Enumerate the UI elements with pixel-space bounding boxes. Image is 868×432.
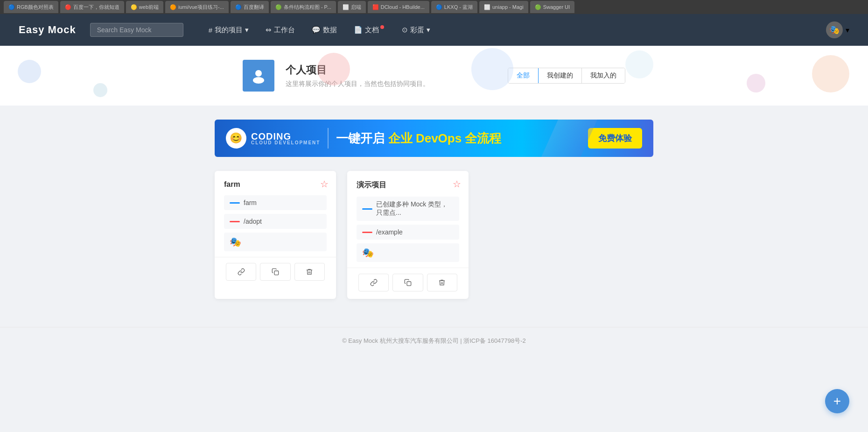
tab-uniapp[interactable]: ⬜ uniapp - Magi [479, 1, 528, 13]
tab-qiduan[interactable]: ⬜ 启端 [338, 1, 366, 13]
nav-label-workbench: 工作台 [274, 26, 295, 35]
nav-label-egg: 彩蛋 [410, 26, 424, 35]
plus-icon: + [833, 394, 841, 409]
nav-label-data: 数据 [323, 26, 337, 35]
search-input[interactable] [90, 23, 183, 37]
notification-badge [380, 25, 384, 29]
tab-label: LKXQ - 蓝湖 [444, 4, 473, 11]
banner-prefix: 一键开启 [336, 131, 388, 145]
filter-joined-button[interactable]: 我加入的 [582, 68, 625, 83]
deco-circle-7 [93, 83, 107, 97]
banner-wrapper: 😊 CODING CLOUD DEVELOPMENT 一键开启 企业 DevOp… [196, 120, 672, 157]
brand-logo: Easy Mock [19, 24, 76, 36]
member-avatar-icon-demo: 🎭 [362, 247, 374, 258]
hero-text: 个人项目 这里将展示你的个人项目，当然也包括协同项目。 [286, 63, 429, 88]
coding-logo-icon: 😊 [226, 128, 246, 149]
deco-circle-3 [471, 48, 513, 90]
tab-vue[interactable]: 🟠 iumi/vue项目练习-... [165, 1, 229, 13]
filter-created-button[interactable]: 我创建的 [539, 68, 582, 83]
link-button-farm[interactable] [226, 263, 256, 281]
avatar: 🎭 [826, 21, 843, 38]
chevron-down-icon: ▾ [245, 26, 249, 34]
tab-label: RGB颜色对照表 [17, 4, 54, 11]
nav-item-my-projects[interactable]: # 我的项目 ▾ [202, 23, 255, 37]
copy-button-farm[interactable] [260, 263, 290, 281]
tab-label: 条件结构流程图 - P... [284, 4, 331, 11]
banner-logo: 😊 CODING CLOUD DEVELOPMENT [226, 128, 329, 149]
banner-cta-button[interactable]: 免费体验 [588, 128, 642, 149]
project-row-text-demo-2: /example [376, 228, 403, 236]
project-actions-demo [347, 268, 469, 291]
tab-web[interactable]: 🟡 web前端 [126, 1, 163, 13]
tab-label: DCloud - HBuilde... [381, 4, 425, 10]
exchange-icon: ⇔ [266, 26, 272, 34]
footer-text: © Easy Mock 杭州大搜车汽车服务有限公司 | 浙ICP备 160477… [342, 337, 526, 344]
tab-lkxq[interactable]: 🔵 LKXQ - 蓝湖 [431, 1, 477, 13]
project-name-demo: 演示项目 [357, 180, 459, 190]
svg-point-1 [253, 77, 264, 84]
project-avatar-row-farm: 🎭 [224, 233, 327, 251]
project-avatar-row-demo: 🎭 [357, 243, 459, 262]
row-bar-blue [230, 202, 240, 204]
tab-flow[interactable]: 🟢 条件结构流程图 - P... [271, 1, 336, 13]
deco-circle-2 [317, 53, 350, 85]
delete-button-demo[interactable] [427, 274, 457, 291]
deco-circle-5 [812, 55, 849, 92]
deco-circle-6 [747, 74, 765, 92]
project-name-farm: farm [224, 180, 327, 189]
data-icon: 💬 [312, 26, 321, 34]
project-row-farm-1: farm [224, 195, 327, 210]
svg-point-0 [255, 70, 262, 77]
project-row-text-farm-2: /adopt [244, 218, 262, 225]
nav-items: # 我的项目 ▾ ⇔ 工作台 💬 数据 📄 文档 ⊙ 彩蛋 ▾ [202, 23, 437, 37]
copy-button-demo[interactable] [392, 274, 423, 291]
nav-label-my-projects: 我的项目 [215, 26, 243, 35]
deco-circle-4 [625, 50, 653, 78]
star-icon-farm[interactable]: ☆ [320, 178, 329, 190]
nav-item-data[interactable]: 💬 数据 [305, 23, 343, 37]
create-fab-button[interactable]: + [825, 389, 849, 413]
tab-dcloud[interactable]: 🟥 DCloud - HBuilde... [368, 1, 429, 13]
tab-baidu[interactable]: 🔴 百度一下，你就知道 [60, 1, 124, 13]
egg-icon: ⊙ [402, 26, 408, 34]
nav-item-docs[interactable]: 📄 文档 [347, 23, 392, 37]
coding-face-icon: 😊 [230, 132, 243, 144]
footer: © Easy Mock 杭州大搜车汽车服务有限公司 | 浙ICP备 160477… [0, 327, 868, 354]
coding-banner[interactable]: 😊 CODING CLOUD DEVELOPMENT 一键开启 企业 DevOp… [215, 120, 653, 157]
row-bar-red [230, 221, 240, 222]
browser-tab-bar: 🔵 RGB颜色对照表 🔴 百度一下，你就知道 🟡 web前端 🟠 iumi/vu… [0, 0, 868, 14]
tab-rgb[interactable]: 🔵 RGB颜色对照表 [4, 1, 58, 13]
row-bar-red-demo [362, 232, 372, 233]
project-row-farm-2: /adopt [224, 214, 327, 229]
projects-grid: ☆ farm farm /adopt 🎭 [196, 171, 672, 327]
hero-avatar-icon [243, 60, 274, 92]
banner-highlight: 企业 DevOps 全流程 [388, 131, 502, 145]
star-icon-demo[interactable]: ☆ [453, 178, 461, 190]
hash-icon: # [209, 26, 212, 34]
banner-main-text: 一键开启 企业 DevOps 全流程 [336, 130, 581, 147]
nav-item-workbench[interactable]: ⇔ 工作台 [259, 23, 301, 37]
chevron-down-icon-egg: ▾ [427, 26, 430, 34]
hero-section: 个人项目 这里将展示你的个人项目，当然也包括协同项目。 全部 我创建的 我加入的 [0, 46, 868, 106]
tab-fanyi[interactable]: 🔵 百度翻译 [231, 1, 269, 13]
tab-label: Swagger UI [543, 4, 570, 10]
nav-item-easter-egg[interactable]: ⊙ 彩蛋 ▾ [395, 23, 437, 37]
project-row-text-farm-1: farm [244, 199, 257, 206]
tab-label: 百度一下，你就知道 [73, 4, 119, 11]
avatar-dropdown-icon: ▾ [846, 26, 849, 35]
user-avatar-area[interactable]: 🎭 ▾ [826, 21, 849, 38]
deco-circle-1 [18, 60, 41, 83]
member-avatar-icon: 🎭 [230, 236, 241, 248]
project-row-text-demo-1: 已创建多种 Mock 类型，只需点... [376, 200, 454, 217]
delete-button-farm[interactable] [294, 263, 325, 281]
hero-title: 个人项目 [286, 63, 429, 77]
tab-label: 百度翻译 [244, 4, 264, 11]
tab-swagger[interactable]: 🟢 Swagger UI [530, 1, 574, 13]
banner-decoration [541, 120, 597, 157]
tab-label: 启端 [351, 4, 361, 11]
docs-icon: 📄 [354, 26, 363, 34]
project-actions-farm [215, 257, 336, 281]
project-card-demo: ☆ 演示项目 已创建多种 Mock 类型，只需点... /example 🎭 [347, 171, 469, 299]
navbar: Easy Mock # 我的项目 ▾ ⇔ 工作台 💬 数据 📄 文档 ⊙ 彩蛋 … [0, 14, 868, 46]
link-button-demo[interactable] [358, 274, 389, 291]
